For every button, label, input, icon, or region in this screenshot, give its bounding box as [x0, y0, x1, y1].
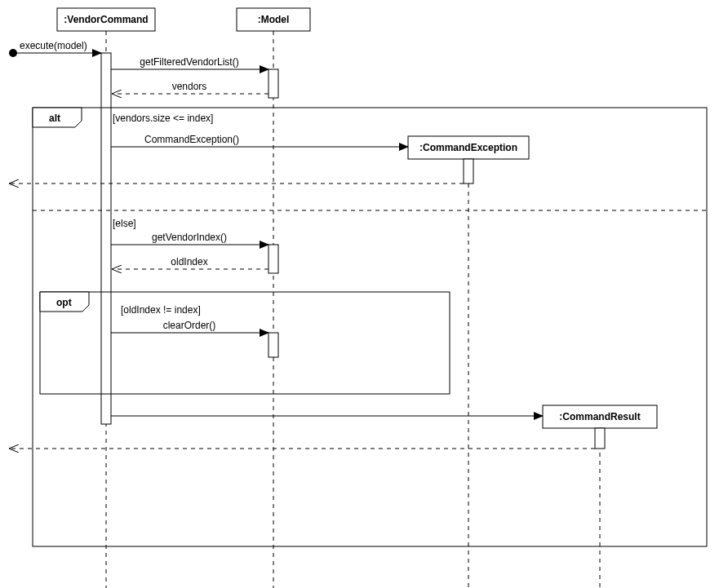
guard-size-check: [vendors.size <= index]: [113, 113, 213, 124]
activation-vendor-command: [101, 53, 111, 424]
message-execute-label: execute(model): [20, 40, 87, 51]
fragment-alt: [33, 108, 707, 546]
message-clear-order-label: clearOrder(): [163, 320, 216, 331]
message-get-filtered-vendor-list-label: getFilteredVendorList(): [140, 56, 238, 68]
message-command-exception-label: CommandException(): [144, 134, 239, 145]
activation-command-exception: [464, 159, 473, 183]
activation-model-2: [269, 245, 278, 273]
activation-command-result: [595, 428, 605, 449]
return-vendors-label: vendors: [172, 81, 207, 92]
participant-model-label: :Model: [258, 14, 290, 25]
return-old-index-label: oldIndex: [171, 256, 207, 267]
activation-model-3: [269, 333, 278, 357]
guard-else: [else]: [113, 218, 136, 229]
participant-command-result-label: :CommandResult: [559, 411, 640, 422]
participant-vendor-command-label: :VendorCommand: [64, 14, 148, 25]
fragment-opt-label: opt: [56, 297, 72, 308]
fragment-alt-label: alt: [49, 113, 60, 124]
participant-command-exception-label: :CommandException: [419, 142, 517, 153]
activation-model-1: [269, 69, 278, 98]
message-get-vendor-index-label: getVendorIndex(): [152, 232, 227, 243]
start-icon: [9, 49, 17, 57]
guard-old-index-check: [oldIndex != index]: [121, 304, 201, 316]
